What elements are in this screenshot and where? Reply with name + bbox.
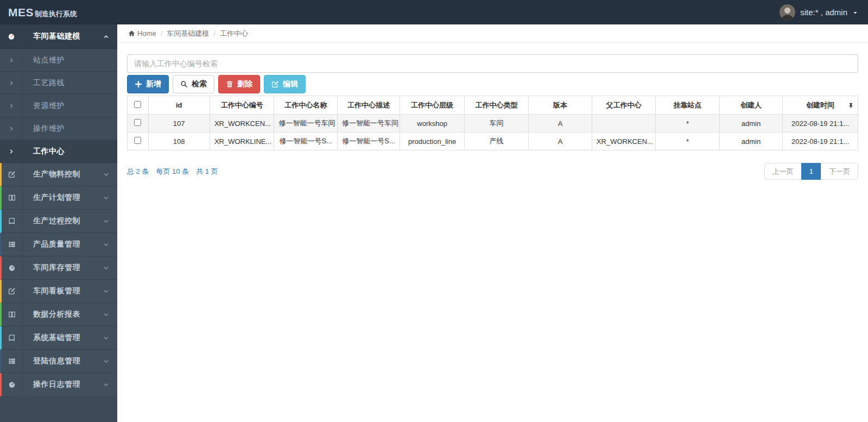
sidebar-item-system-base-management[interactable]: 系统基础管理 <box>0 326 117 350</box>
sidebar: 车间基础建模 站点维护 工艺路线 资源维护 操作维护 工作中心 生产物料控制 生… <box>0 24 117 422</box>
table-cell: 107 <box>148 115 210 133</box>
add-button[interactable]: 新增 <box>127 75 169 93</box>
chevron-right-icon <box>0 117 23 140</box>
sidebar-item-login-info-management[interactable]: 登陆信息管理 <box>0 350 117 373</box>
chevron-right-icon <box>0 72 23 94</box>
sidebar-subitem-label: 资源维护 <box>23 101 117 111</box>
breadcrumb-home[interactable]: Home <box>137 29 156 37</box>
table-cell: 2022-08-19 21:1... <box>783 115 858 133</box>
gauge-icon <box>0 24 23 48</box>
row-select-cell <box>128 133 149 150</box>
col-header-7: 父工作中心 <box>592 96 655 115</box>
table-cell: A <box>529 133 592 150</box>
chevron-right-icon <box>0 140 23 162</box>
table-cell: XR_WORKLINE... <box>210 133 274 150</box>
col-header-6: 版本 <box>529 96 592 115</box>
sidebar-item-material-control[interactable]: 生产物料控制 <box>0 163 117 186</box>
table-cell: XR_WORKCEN... <box>210 115 274 133</box>
sidebar-item-operation-log-management[interactable]: 操作日志管理 <box>0 373 117 396</box>
table-cell: 108 <box>148 133 210 150</box>
chevron-right-icon <box>0 95 23 117</box>
sidebar-item-inventory-management[interactable]: 车间库存管理 <box>0 256 117 280</box>
record-summary: 总 2 条 每页 10 条 共 1 页 <box>127 167 218 177</box>
col-header-3: 工作中心描述 <box>337 96 400 115</box>
columns-icon <box>2 303 23 326</box>
book-icon <box>2 326 23 349</box>
sidebar-subitem-label: 操作维护 <box>23 124 117 134</box>
next-page-button[interactable]: 下一页 <box>821 163 858 180</box>
sidebar-item-label: 系统基础管理 <box>23 333 103 343</box>
sidebar-subitem-resource-maintenance[interactable]: 资源维护 <box>0 95 117 117</box>
brand-acronym: MES <box>8 6 34 18</box>
sidebar-subitem-label: 工作中心 <box>23 147 117 156</box>
home-icon <box>128 30 135 37</box>
edit-button[interactable]: 编辑 <box>264 75 306 93</box>
user-menu[interactable]: site:* , admin <box>780 4 868 20</box>
row-select-cell <box>128 115 149 133</box>
plus-icon <box>135 80 142 88</box>
search-input[interactable] <box>127 54 858 73</box>
sidebar-item-label: 车间看板管理 <box>23 286 103 296</box>
search-button[interactable]: 检索 <box>173 75 214 93</box>
sidebar-subitem-operation-maintenance[interactable]: 操作维护 <box>0 117 117 140</box>
sidebar-item-label: 生产过程控制 <box>23 216 103 226</box>
caret-down-icon <box>852 9 858 16</box>
sidebar-item-label: 生产物料控制 <box>23 169 103 179</box>
sidebar-subitem-label: 工艺路线 <box>23 78 117 88</box>
delete-button[interactable]: 删除 <box>218 75 260 93</box>
sidebar-item-plan-management[interactable]: 生产计划管理 <box>0 186 117 210</box>
sidebar-item-quality-management[interactable]: 产品质量管理 <box>0 233 117 256</box>
chevron-down-icon <box>103 288 109 294</box>
pin-icon[interactable] <box>848 102 854 109</box>
thlist-icon <box>2 233 23 256</box>
select-all-checkbox[interactable] <box>134 101 141 108</box>
col-header-9: 创建人 <box>719 96 783 115</box>
sidebar-subitem-process-route[interactable]: 工艺路线 <box>0 72 117 95</box>
pencil-icon <box>2 163 23 186</box>
delete-button-label: 删除 <box>237 79 252 89</box>
table-row[interactable]: 108XR_WORKLINE...修一智能一号S...修一智能一号S...pro… <box>128 133 858 150</box>
table-cell: 修一智能一号车间 <box>274 115 338 133</box>
sidebar-subitem-site-maintenance[interactable]: 站点维护 <box>0 49 117 72</box>
chevron-right-icon <box>0 49 23 71</box>
breadcrumb-current: 工作中心 <box>220 29 248 39</box>
gauge-icon <box>2 373 23 396</box>
page-1-button[interactable]: 1 <box>801 163 821 180</box>
row-checkbox[interactable] <box>134 137 141 144</box>
chevron-down-icon <box>103 172 109 178</box>
page-count: 共 1 页 <box>196 167 218 177</box>
trash-icon <box>226 80 233 88</box>
sidebar-item-data-analysis-reports[interactable]: 数据分析报表 <box>0 303 117 326</box>
search-button-label: 检索 <box>192 79 207 89</box>
breadcrumb-module[interactable]: 车间基础建模 <box>167 29 209 39</box>
sidebar-item-label: 车间库存管理 <box>23 263 103 273</box>
col-header-8: 挂靠站点 <box>656 96 719 115</box>
pagination: 上一页 1 下一页 <box>764 163 858 180</box>
topbar: MES制造执行系统 site:* , admin <box>0 0 868 24</box>
table-cell <box>592 115 655 133</box>
sidebar-menu: 车间基础建模 站点维护 工艺路线 资源维护 操作维护 工作中心 生产物料控制 生… <box>0 24 117 396</box>
sidebar-subitem-work-center[interactable]: 工作中心 <box>0 140 117 163</box>
sidebar-group-workshop-modeling[interactable]: 车间基础建模 <box>0 24 117 49</box>
gauge-icon <box>2 256 23 279</box>
prev-page-button[interactable]: 上一页 <box>764 163 802 180</box>
search-icon <box>180 80 188 88</box>
sidebar-item-label: 数据分析报表 <box>23 310 103 319</box>
columns-icon <box>2 186 23 209</box>
row-checkbox[interactable] <box>134 119 141 126</box>
edit-icon <box>271 80 279 88</box>
chevron-down-icon <box>103 358 109 364</box>
table-row[interactable]: 107XR_WORKCEN...修一智能一号车间修一智能一号车间workshop… <box>128 115 858 133</box>
sidebar-item-label: 登陆信息管理 <box>23 356 103 366</box>
sidebar-item-process-control[interactable]: 生产过程控制 <box>0 210 117 233</box>
table-cell: 2022-08-19 21:1... <box>783 133 858 150</box>
edit-button-label: 编辑 <box>283 79 298 89</box>
chevron-down-icon <box>103 382 109 388</box>
chevron-down-icon <box>103 335 109 341</box>
user-avatar <box>780 4 795 20</box>
sidebar-subitem-label: 站点维护 <box>23 55 117 65</box>
chevron-down-icon <box>103 312 109 318</box>
sidebar-item-kanban-management[interactable]: 车间看板管理 <box>0 280 117 303</box>
toolbar: 新增 检索 删除 编辑 <box>127 75 858 93</box>
col-header-4: 工作中心层级 <box>400 96 465 115</box>
